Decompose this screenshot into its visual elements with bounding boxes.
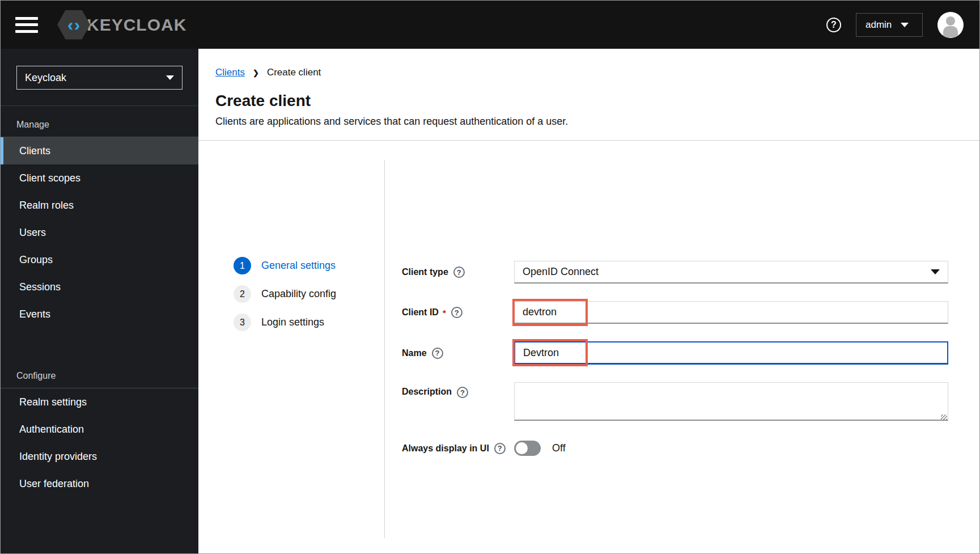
help-icon[interactable]: ? — [451, 307, 463, 318]
chevron-down-icon — [901, 23, 909, 27]
topbar-right: ? admin — [826, 12, 979, 38]
wizard-content: 1 General settings 2 Capability config 3… — [198, 141, 979, 554]
sidebar-item-user-federation[interactable]: User federation — [1, 470, 198, 497]
sidebar-item-events[interactable]: Events — [1, 301, 198, 328]
user-menu-dropdown[interactable]: admin — [856, 13, 923, 37]
realm-name: Keycloak — [25, 72, 66, 84]
page-subtitle: Clients are applications and services th… — [215, 116, 962, 128]
divider — [384, 160, 385, 538]
breadcrumb: Clients ❯ Create client — [215, 67, 962, 78]
help-icon[interactable]: ? — [494, 443, 506, 454]
breadcrumb-link-clients[interactable]: Clients — [215, 67, 245, 78]
sidebar-item-realm-roles[interactable]: Realm roles — [1, 192, 198, 219]
section-title-configure: Configure — [1, 357, 198, 388]
top-bar: ‹› KEYCLOAK ? admin — [1, 1, 979, 49]
client-type-row: Client type ? OpenID Connect — [402, 261, 948, 284]
sidebar-item-realm-settings[interactable]: Realm settings — [1, 388, 198, 416]
hamburger-menu-icon[interactable] — [15, 17, 38, 33]
name-label: Name — [402, 348, 427, 358]
client-type-select[interactable]: OpenID Connect — [514, 261, 948, 284]
sidebar-item-sessions[interactable]: Sessions — [1, 273, 198, 301]
help-icon[interactable]: ? — [432, 348, 443, 359]
realm-selector-block: Keycloak — [1, 49, 198, 106]
client-type-label: Client type — [402, 267, 448, 277]
always-display-row: Always display in UI ? Off — [402, 441, 948, 456]
required-asterisk: * — [443, 308, 446, 318]
sidebar-item-users[interactable]: Users — [1, 219, 198, 246]
resize-grip-icon[interactable] — [941, 415, 947, 421]
client-id-row: Client ID * ? — [402, 301, 948, 324]
help-icon[interactable]: ? — [453, 267, 465, 278]
keycloak-logo[interactable]: ‹› KEYCLOAK — [57, 10, 186, 40]
section-title-manage: Manage — [1, 106, 198, 137]
help-icon[interactable]: ? — [457, 387, 468, 398]
wizard-step-login-settings[interactable]: 3 Login settings — [234, 314, 336, 331]
avatar[interactable] — [937, 12, 964, 38]
description-label: Description — [402, 387, 452, 397]
sidebar: Keycloak Manage Clients Client scopes Re… — [1, 49, 198, 553]
always-display-toggle[interactable] — [514, 441, 541, 456]
step-number: 2 — [234, 285, 251, 303]
step-number: 1 — [234, 257, 251, 274]
breadcrumb-chevron-icon: ❯ — [253, 69, 259, 77]
username: admin — [866, 19, 892, 31]
step-number: 3 — [234, 314, 251, 331]
brand-text: KEYCLOAK — [87, 15, 186, 35]
app-window: ‹› KEYCLOAK ? admin Keycloak Manage — [0, 0, 980, 554]
name-input[interactable] — [514, 341, 948, 365]
page-header: Clients ❯ Create client Create client Cl… — [198, 49, 979, 141]
sidebar-item-clients[interactable]: Clients — [1, 137, 198, 164]
description-textarea[interactable] — [514, 382, 948, 421]
help-icon[interactable]: ? — [826, 18, 841, 32]
always-display-label: Always display in UI — [402, 443, 489, 454]
page-title: Create client — [215, 92, 962, 110]
client-type-value: OpenID Connect — [523, 266, 599, 278]
name-row: Name ? — [402, 341, 948, 365]
keycloak-hexagon-icon: ‹› — [57, 10, 90, 40]
wizard-step-capability-config[interactable]: 2 Capability config — [234, 285, 336, 303]
sidebar-item-groups[interactable]: Groups — [1, 246, 198, 273]
toggle-state-text: Off — [552, 442, 566, 454]
sidebar-item-authentication[interactable]: Authentication — [1, 416, 198, 443]
chevron-down-icon — [931, 269, 940, 274]
client-id-input[interactable] — [514, 301, 948, 324]
realm-selector[interactable]: Keycloak — [16, 66, 183, 90]
main-content: Clients ❯ Create client Create client Cl… — [198, 49, 979, 553]
general-settings-form: Client type ? OpenID Connect Client ID * — [402, 261, 948, 473]
wizard-step-general-settings[interactable]: 1 General settings — [234, 257, 336, 274]
chevron-down-icon — [166, 75, 174, 80]
client-id-label: Client ID — [402, 307, 439, 318]
sidebar-item-client-scopes[interactable]: Client scopes — [1, 164, 198, 192]
description-row: Description ? — [402, 382, 948, 423]
wizard-steps: 1 General settings 2 Capability config 3… — [234, 257, 336, 342]
breadcrumb-current: Create client — [267, 67, 321, 78]
sidebar-item-identity-providers[interactable]: Identity providers — [1, 443, 198, 470]
